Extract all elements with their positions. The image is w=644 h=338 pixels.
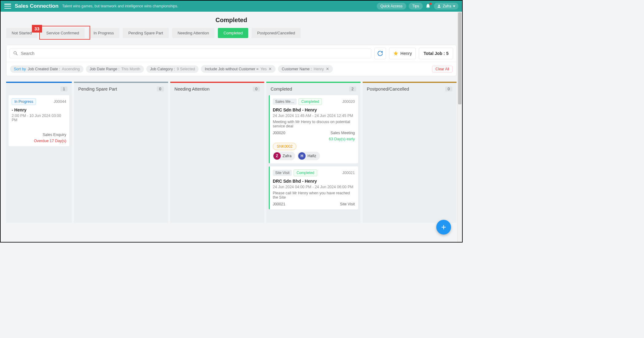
filter-panel: Henry Total Job : 5 Sort by Job Created … [6, 45, 457, 76]
job-title: DRC Sdn Bhd - Henry [273, 107, 355, 112]
chip-include-value: Yes [260, 67, 267, 71]
star-icon [393, 51, 399, 56]
search-box[interactable] [10, 49, 371, 58]
tab-completed[interactable]: Completed [218, 28, 248, 38]
job-foot-id: J00021 [273, 202, 285, 206]
page-title: Completed [6, 12, 457, 28]
tab-needing-attention[interactable]: Needing Attention [172, 28, 215, 38]
reference-badge: SNK0002 [273, 143, 296, 150]
job-time: 2:00 PM - 10 Jun 2024 03:00 PM [12, 114, 66, 122]
job-card[interactable]: Sales Me… Completed J00020 DRC Sdn Bhd -… [269, 95, 358, 163]
chip-sort-value: Ascending [62, 67, 80, 71]
kanban-board: 1 In Progress J00044 - Henry 2:00 PM - 1… [6, 82, 457, 223]
assignee-name: Hafiz [307, 154, 316, 158]
total-jobs-badge: Total Job : 5 [419, 48, 453, 59]
favorite-filter-button[interactable]: Henry [389, 48, 416, 59]
assignee-name: Zafra [283, 154, 291, 158]
column-title: Pending Spare Part [78, 87, 117, 91]
total-jobs-value: 5 [446, 51, 449, 56]
tab-postponed-cancelled[interactable]: Postponed/Cancelled [252, 28, 301, 38]
chip-range-value: This Month [121, 67, 140, 71]
notification-dot-icon [430, 3, 432, 5]
chip-customer-field: Customer Name : [282, 67, 312, 71]
chip-category[interactable]: Job Category : 9 Selected [146, 65, 199, 73]
job-title: DRC Sdn Bhd - Henry [273, 179, 355, 184]
user-menu[interactable]: Zafra [434, 3, 458, 10]
assignee-pill[interactable]: ZZafra [273, 152, 295, 160]
user-name: Zafra [443, 4, 451, 8]
avatar-icon: Z [273, 152, 281, 160]
clear-all-button[interactable]: Clear All [432, 66, 453, 72]
job-time: 24 Jun 2024 04:00 PM - 24 Jun 2024 06:00… [273, 185, 355, 189]
category-badge: Sales Me… [273, 99, 297, 105]
search-input[interactable] [21, 51, 368, 56]
chip-sort[interactable]: Sort by Job Created Date : Ascending [10, 65, 83, 73]
job-foot-id: J00020 [273, 131, 285, 135]
tab-service-confirmed[interactable]: Service Confirmed [41, 28, 85, 38]
job-category: Sales Enquiry [43, 133, 66, 137]
job-id: J00021 [342, 171, 355, 175]
column-count: 0 [253, 87, 260, 91]
column-title: Completed [271, 87, 292, 91]
callout-badge: 33 [32, 25, 42, 33]
status-badge: Completed [299, 98, 322, 105]
notifications-icon[interactable] [425, 3, 431, 9]
column-pending-spare-part: Pending Spare Part0 [74, 82, 168, 223]
add-job-fab[interactable]: + [436, 220, 451, 235]
chip-customer-value: Henry [314, 67, 324, 71]
job-id: J00020 [342, 99, 355, 104]
tips-button[interactable]: Tips [409, 3, 423, 10]
quick-access-button[interactable]: Quick Access [377, 3, 406, 10]
avatar-icon: H [298, 152, 306, 160]
top-bar: Sales Connection Talent wins games, but … [1, 1, 462, 12]
overdue-label: Overdue 17 Day(s) [12, 139, 66, 143]
job-id: J00044 [54, 99, 66, 104]
column-count: 0 [157, 87, 164, 91]
tab-pending-spare-part[interactable]: Pending Spare Part [123, 28, 168, 38]
chip-category-value: 9 Selected [177, 67, 195, 71]
chip-date-range[interactable]: Job Date Range : This Month [86, 65, 144, 73]
job-category: Sales Meeting [330, 131, 355, 135]
job-category: Site Visit [340, 202, 355, 206]
job-card[interactable]: Site Visit Completed J00021 DRC Sdn Bhd … [269, 166, 358, 209]
plus-icon: + [441, 222, 446, 232]
chip-sort-field: Job Created Date : [28, 67, 60, 71]
category-badge: Site Visit [273, 170, 292, 176]
chip-include-no-customer[interactable]: Include Job without Customer = Yes ✕ [201, 65, 276, 73]
column-title: Needing Attention [175, 87, 210, 91]
chevron-down-icon [453, 6, 455, 7]
column-postponed-cancelled: Postponed/Cancelled0 [363, 82, 457, 223]
chip-range-field: Job Date Range : [90, 67, 119, 71]
job-description: Please call Mr Henry when you have reach… [273, 191, 355, 200]
chip-include-clear-icon[interactable]: ✕ [268, 67, 272, 71]
status-tabs: 33 Not Started Service Confirmed In Prog… [6, 28, 457, 38]
refresh-button[interactable] [374, 48, 386, 59]
column-count: 2 [349, 87, 356, 91]
tagline-text: Talent wins games, but teamwork and inte… [62, 4, 178, 8]
brand-title: Sales Connection [15, 3, 59, 9]
early-label: 63 Day(s) early [273, 137, 355, 141]
hamburger-icon[interactable] [4, 4, 11, 9]
column-count: 0 [445, 87, 452, 91]
job-card[interactable]: In Progress J00044 - Henry 2:00 PM - 10 … [9, 95, 69, 146]
search-icon [13, 51, 18, 56]
refresh-icon [377, 50, 383, 56]
column-needing-attention: Needing Attention0 [170, 82, 264, 223]
column-completed: Completed2 Sales Me… Completed J00020 DR… [266, 82, 361, 223]
chip-customer-clear-icon[interactable]: ✕ [326, 67, 329, 71]
total-jobs-label: Total Job : [423, 51, 445, 56]
tab-in-progress[interactable]: In Progress [88, 28, 119, 38]
assignee-pill[interactable]: HHafiz [298, 152, 320, 160]
job-time: 24 Jun 2024 11:45 AM - 24 Jun 2024 12:45… [273, 114, 355, 118]
chip-customer[interactable]: Customer Name : Henry ✕ [278, 65, 333, 73]
job-title: - Henry [12, 107, 66, 112]
chip-category-field: Job Category : [150, 67, 175, 71]
status-badge: In Progress [12, 98, 36, 105]
status-badge: Completed [294, 169, 317, 176]
column-title: Postponed/Cancelled [367, 87, 409, 91]
chip-sort-prefix: Sort by [14, 67, 26, 71]
column-in-progress: 1 In Progress J00044 - Henry 2:00 PM - 1… [6, 82, 72, 223]
column-count: 1 [60, 87, 67, 91]
job-description: Meeting with Mr Henry to discuss on pote… [273, 120, 355, 128]
chip-include-field: Include Job without Customer = [205, 67, 258, 71]
